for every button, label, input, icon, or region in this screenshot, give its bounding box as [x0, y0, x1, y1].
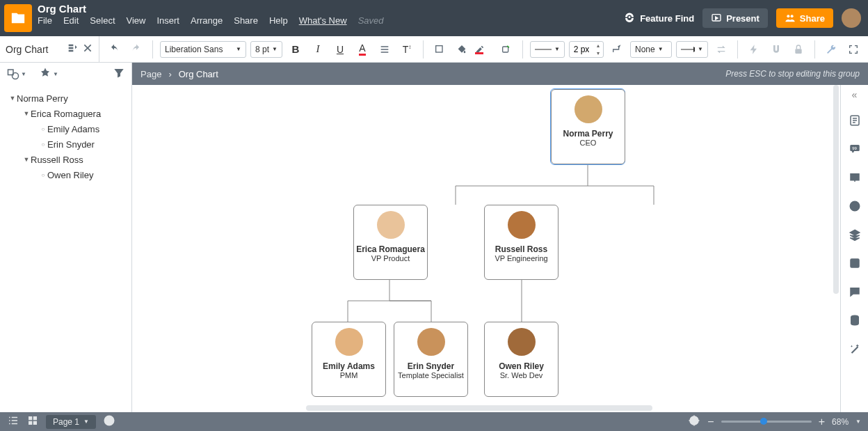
vertical-scrollbar[interactable]	[833, 85, 839, 294]
target-icon[interactable]	[688, 414, 700, 429]
svg-rect-5	[503, 47, 508, 52]
align-button[interactable]	[376, 40, 394, 58]
image-icon[interactable]	[849, 257, 861, 272]
app-logo[interactable]	[4, 4, 32, 32]
svg-point-10	[13, 73, 19, 79]
menu-file[interactable]: File	[38, 15, 52, 26]
font-family-select[interactable]: Liberation Sans▼	[160, 41, 246, 58]
bucket-button[interactable]	[453, 40, 471, 58]
svg-rect-23	[33, 416, 37, 420]
comments-icon[interactable]: 99	[849, 143, 861, 157]
layers-icon[interactable]	[849, 228, 861, 243]
italic-button[interactable]: I	[309, 40, 327, 58]
outline-close-icon[interactable]	[82, 42, 93, 56]
line-shape-button[interactable]	[608, 40, 626, 58]
action-button[interactable]	[745, 40, 763, 58]
svg-point-20	[857, 290, 858, 292]
doc-title[interactable]: Org Chart	[36, 3, 623, 15]
node-role: Sr. Web Dev	[500, 371, 543, 380]
svg-text:99: 99	[852, 146, 857, 150]
zoom-out-button[interactable]: −	[707, 416, 714, 428]
menu-select[interactable]: Select	[90, 15, 115, 26]
node-name: Norma Perry	[563, 129, 613, 139]
shapes-panel-icon[interactable]: ▼	[7, 68, 26, 80]
border-color-button[interactable]	[475, 40, 493, 58]
menu-bar: File Edit Select View Insert Arrange Sha…	[36, 15, 623, 26]
breadcrumb-page[interactable]: Page	[140, 69, 161, 79]
add-page-button[interactable]	[103, 414, 115, 429]
underline-button[interactable]: U	[331, 40, 349, 58]
outline-settings-icon[interactable]	[67, 42, 78, 56]
zoom-level[interactable]: 68%	[832, 417, 849, 427]
org-node-sr-web-dev[interactable]: Owen Riley Sr. Web Dev	[484, 322, 558, 397]
grid-view-icon[interactable]	[26, 414, 39, 429]
shape-options-button[interactable]	[497, 40, 515, 58]
line-width-value[interactable]	[570, 45, 593, 54]
list-view-icon[interactable]	[7, 414, 19, 429]
user-avatar[interactable]	[842, 8, 861, 28]
line-style-select[interactable]: ▼	[530, 41, 565, 58]
font-size-select[interactable]: 8 pt▼	[250, 41, 282, 58]
menu-edit[interactable]: Edit	[63, 15, 79, 26]
slides-icon[interactable]	[849, 171, 861, 186]
fullscreen-button[interactable]	[844, 40, 862, 58]
breadcrumb-current[interactable]: Org Chart	[179, 69, 218, 79]
canvas[interactable]: Norma Perry CEO Erica Romaguera VP Produ…	[132, 85, 840, 412]
org-node-template-specialist[interactable]: Erin Snyder Template Specialist	[394, 322, 468, 397]
outline-panel: ▼Norma Perry ▼Erica Romaguera ○Emily Ada…	[0, 85, 132, 412]
node-role: PMM	[340, 371, 358, 380]
data-icon[interactable]	[849, 314, 861, 329]
undo-button[interactable]	[105, 40, 123, 58]
svg-point-0	[629, 16, 631, 18]
lock-button[interactable]	[789, 40, 807, 58]
line-width-input[interactable]: ▴▾	[569, 41, 604, 58]
magic-icon[interactable]	[849, 343, 861, 357]
outline-item[interactable]: ○Emily Adams	[3, 121, 129, 136]
menu-help[interactable]: Help	[269, 15, 288, 26]
filter-icon[interactable]	[113, 68, 124, 81]
outline-item[interactable]: ○Erin Snyder	[3, 136, 129, 152]
collapse-right-icon[interactable]: «	[852, 89, 858, 100]
svg-point-3	[791, 15, 794, 17]
present-button[interactable]: Present	[702, 8, 768, 28]
horizontal-scrollbar[interactable]	[306, 405, 652, 411]
history-icon[interactable]	[849, 200, 861, 214]
menu-view[interactable]: View	[127, 15, 146, 26]
org-node-vp-engineering[interactable]: Russell Ross VP Engineering	[484, 205, 558, 280]
svg-rect-4	[436, 45, 442, 52]
org-node-vp-product[interactable]: Erica Romaguera VP Product	[353, 205, 428, 280]
svg-point-18	[853, 290, 854, 292]
fill-button[interactable]	[431, 40, 449, 58]
chat-icon[interactable]	[849, 285, 861, 300]
redo-button[interactable]	[127, 40, 145, 58]
text-options-button[interactable]: T↕	[398, 40, 416, 58]
magnet-button[interactable]	[767, 40, 785, 58]
text-color-button[interactable]: A	[353, 40, 371, 58]
page-tab[interactable]: Page 1▼	[46, 415, 96, 429]
bold-button[interactable]: B	[287, 40, 305, 58]
wrench-button[interactable]	[822, 40, 840, 58]
outline-item[interactable]: ▼Russell Ross	[3, 152, 129, 167]
swap-ends-button[interactable]	[712, 40, 730, 58]
zoom-in-button[interactable]: +	[819, 416, 825, 428]
org-node-pmm[interactable]: Emily Adams PMM	[312, 322, 386, 397]
avatar-icon	[335, 328, 363, 356]
org-node-ceo[interactable]: Norma Perry CEO	[551, 89, 625, 164]
feature-find-label: Feature Find	[640, 13, 694, 24]
line-end-select[interactable]: ▼	[676, 41, 708, 58]
properties-icon[interactable]	[849, 114, 861, 129]
outline-item[interactable]: ○Owen Riley	[3, 167, 129, 182]
svg-rect-25	[33, 421, 37, 425]
menu-arrange[interactable]: Arrange	[191, 15, 223, 26]
outline-item[interactable]: ▼Erica Romaguera	[3, 106, 129, 121]
zoom-slider[interactable]	[721, 421, 812, 423]
share-button[interactable]: Share	[776, 8, 833, 28]
line-start-select[interactable]: None▼	[630, 41, 672, 58]
outline-item[interactable]: ▼Norma Perry	[3, 91, 129, 106]
menu-share[interactable]: Share	[234, 15, 258, 26]
smart-shapes-icon[interactable]: ▼	[39, 68, 58, 80]
menu-insert[interactable]: Insert	[156, 15, 179, 26]
menu-whats-new[interactable]: What's New	[299, 15, 347, 26]
feature-find-button[interactable]: Feature Find	[623, 12, 694, 24]
avatar-icon	[508, 328, 536, 356]
